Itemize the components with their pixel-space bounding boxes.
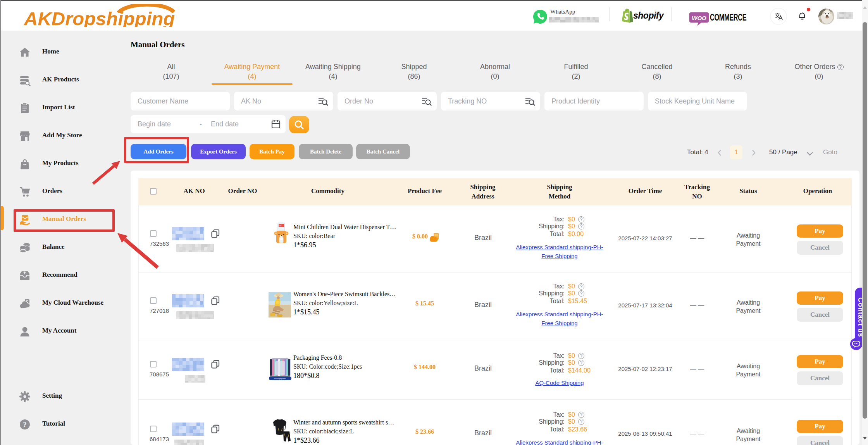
svg-text:99: 99 [279, 225, 282, 227]
svg-text:?: ? [23, 421, 27, 429]
svg-text:WOO: WOO [692, 15, 706, 21]
svg-text:Packaging Fees: Packaging Fees [274, 378, 286, 379]
